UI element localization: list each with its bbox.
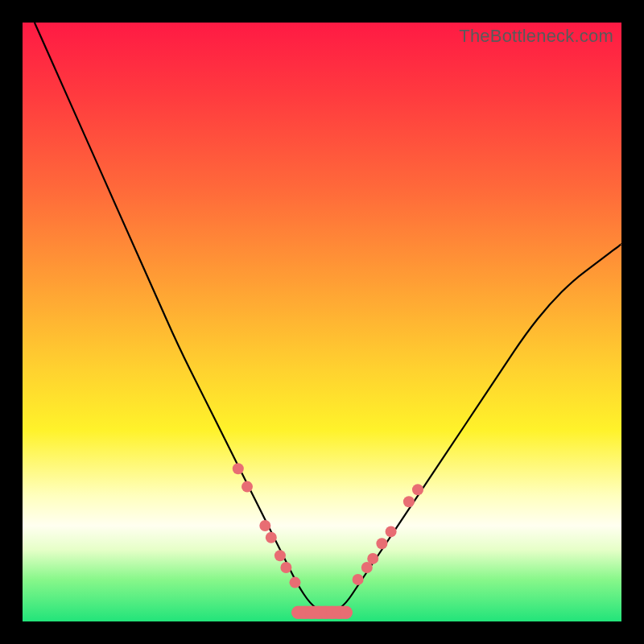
bottleneck-curve <box>35 23 621 613</box>
chart-frame: TheBottleneck.com <box>0 0 644 644</box>
marker-dot <box>280 562 291 573</box>
marker-dot <box>353 574 364 585</box>
plot-area: TheBottleneck.com <box>23 23 621 621</box>
markers-right <box>353 484 423 585</box>
marker-dot <box>376 538 387 549</box>
markers-left <box>233 463 301 588</box>
marker-dot <box>403 496 415 507</box>
marker-dot <box>340 606 353 619</box>
marker-dot <box>275 550 286 561</box>
marker-dot <box>290 577 301 588</box>
marker-dot <box>386 526 397 537</box>
marker-dot <box>266 532 277 543</box>
marker-dot <box>259 520 270 531</box>
marker-dot <box>412 484 423 495</box>
marker-dot <box>367 553 378 564</box>
marker-dot <box>242 481 253 493</box>
marker-dot <box>233 463 244 474</box>
bottom-band <box>291 606 353 619</box>
chart-svg <box>23 23 621 621</box>
